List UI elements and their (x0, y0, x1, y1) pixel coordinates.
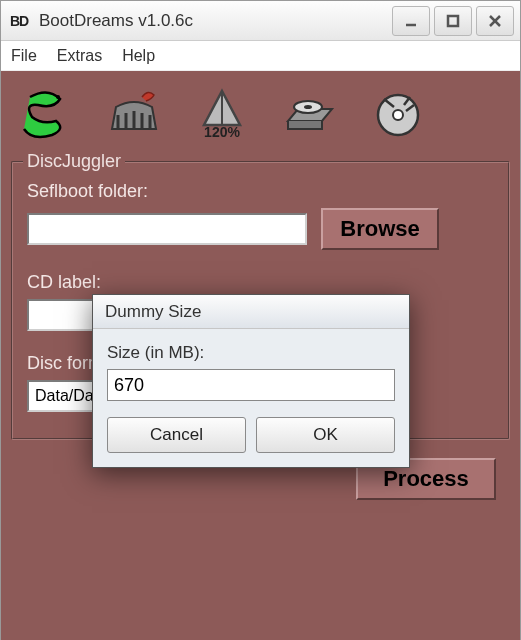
imgburn-tool[interactable] (279, 83, 341, 143)
alcohol-tool[interactable]: 120% (191, 83, 253, 143)
size-input[interactable] (107, 369, 395, 401)
minimize-button[interactable] (392, 6, 430, 36)
menu-file[interactable]: File (11, 47, 37, 65)
svg-point-9 (393, 110, 403, 120)
disc-drive-icon (282, 85, 338, 141)
size-label: Size (in MB): (107, 343, 395, 363)
ok-button[interactable]: OK (256, 417, 395, 453)
svg-rect-1 (448, 16, 458, 26)
selfboot-label: Seflboot folder: (27, 181, 494, 202)
close-button[interactable] (476, 6, 514, 36)
disc-icon (370, 85, 426, 141)
nero-tool[interactable] (103, 83, 165, 143)
selfboot-input[interactable] (27, 213, 307, 245)
dummy-size-dialog: Dummy Size Size (in MB): Cancel OK (92, 294, 410, 468)
dialog-title: Dummy Size (93, 295, 409, 329)
close-icon (488, 14, 502, 28)
menubar: File Extras Help (1, 41, 520, 71)
svg-text:120%: 120% (204, 124, 240, 140)
maximize-button[interactable] (434, 6, 472, 36)
a120-icon: 120% (194, 85, 250, 141)
colosseum-icon (106, 85, 162, 141)
window-controls (392, 6, 514, 36)
maximize-icon (446, 14, 460, 28)
browse-button[interactable]: Browse (321, 208, 439, 250)
svg-point-7 (304, 105, 312, 109)
svg-point-4 (56, 95, 60, 99)
cdlabel-label: CD label: (27, 272, 494, 293)
discjuggler-tool[interactable] (15, 83, 77, 143)
dialog-body: Size (in MB): Cancel OK (93, 329, 409, 467)
menu-extras[interactable]: Extras (57, 47, 102, 65)
app-icon: BD (7, 9, 31, 33)
menu-help[interactable]: Help (122, 47, 155, 65)
cancel-button[interactable]: Cancel (107, 417, 246, 453)
window-title: BootDreams v1.0.6c (39, 11, 392, 31)
cdrecord-tool[interactable] (367, 83, 429, 143)
titlebar: BD BootDreams v1.0.6c (1, 1, 520, 41)
group-legend: DiscJuggler (23, 151, 125, 172)
toolbar: 120% (11, 79, 510, 155)
minimize-icon (404, 14, 418, 28)
snake-icon (18, 85, 74, 141)
